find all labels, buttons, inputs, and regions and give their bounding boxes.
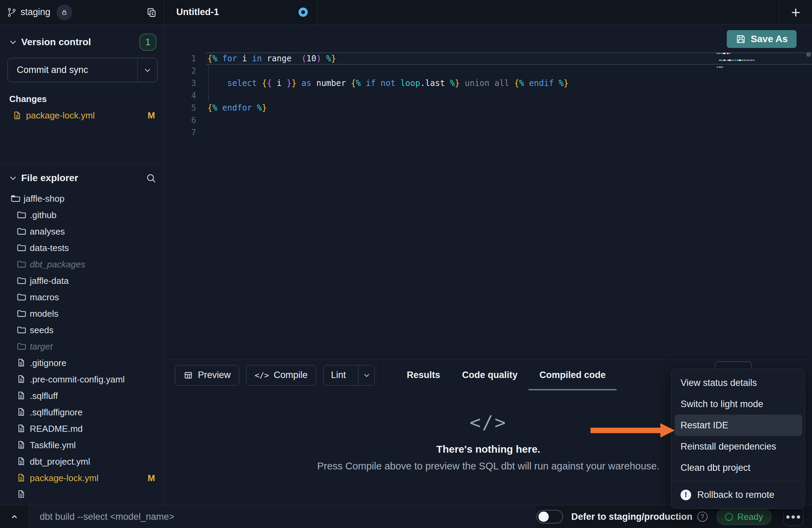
folder-icon bbox=[16, 292, 27, 302]
tree-item-package-lock-yml[interactable]: package-lock.ymlM bbox=[0, 470, 164, 486]
code-line-3[interactable]: 3 select {{ i }} as number {% if not loo… bbox=[165, 77, 812, 89]
tree-item-models[interactable]: models bbox=[0, 305, 164, 322]
more-options-button[interactable]: ●●● bbox=[784, 507, 803, 526]
code-line-1[interactable]: 1{% for i in range (10) %} bbox=[165, 52, 812, 65]
tree-item-readme-md[interactable]: README.md bbox=[0, 420, 164, 437]
compile-button[interactable]: </> Compile bbox=[246, 365, 316, 386]
tree-item-label: models bbox=[30, 309, 59, 319]
tree-item-github[interactable]: .github bbox=[0, 207, 164, 223]
tree-item-jaffle-shop[interactable]: jaffle-shop bbox=[0, 190, 164, 207]
new-tab-button[interactable]: + bbox=[779, 0, 812, 24]
menu-item-label: Rollback to remote bbox=[697, 490, 774, 500]
menu-item-label: Reinstall dependencies bbox=[681, 441, 776, 452]
branch-selector[interactable]: staging bbox=[7, 4, 72, 20]
code-line-6[interactable]: 6 bbox=[165, 114, 812, 126]
tree-item-label: jaffle-shop bbox=[24, 193, 65, 204]
branch-header: staging bbox=[0, 0, 164, 25]
search-icon[interactable] bbox=[145, 173, 156, 184]
defer-label: Defer to staging/production bbox=[571, 512, 693, 522]
arrow-shaft bbox=[591, 428, 661, 433]
tree-item-dbt-project-yml[interactable]: dbt_project.yml bbox=[0, 453, 164, 470]
tree-item-data-tests[interactable]: data-tests bbox=[0, 240, 164, 256]
line-number: 3 bbox=[165, 77, 206, 89]
commit-options-chevron[interactable] bbox=[137, 58, 157, 82]
code-line-4[interactable]: 4 bbox=[165, 89, 812, 102]
tree-item-analyses[interactable]: analyses bbox=[0, 223, 164, 240]
changed-file-row[interactable]: package-lock.yml M bbox=[0, 108, 164, 123]
tree-item-seeds[interactable]: seeds bbox=[0, 322, 164, 338]
file-icon bbox=[12, 111, 22, 120]
folder-icon bbox=[16, 325, 27, 335]
save-as-label: Save As bbox=[751, 34, 788, 45]
menu-item-restart-ide[interactable]: Restart IDE bbox=[675, 415, 802, 436]
panel-tab-code-quality[interactable]: Code quality bbox=[451, 360, 529, 390]
defer-toggle[interactable] bbox=[536, 510, 563, 524]
menu-item-switch-to-light-mode[interactable]: Switch to light mode bbox=[671, 393, 805, 415]
code-line-5[interactable]: 5{% endfor %} bbox=[165, 102, 812, 114]
chevron-down-icon[interactable] bbox=[8, 37, 18, 47]
tree-item-gitignore[interactable]: .gitignore bbox=[0, 355, 164, 371]
folder-icon bbox=[16, 259, 27, 269]
tree-item-clipped[interactable] bbox=[0, 486, 164, 503]
preview-button[interactable]: Preview bbox=[175, 365, 239, 386]
tree-item-sqlfluffignore[interactable]: .sqlfluffignore bbox=[0, 404, 164, 420]
menu-item-rollback-to-remote[interactable]: !Rollback to remote bbox=[671, 484, 805, 505]
menu-item-clean-dbt-project[interactable]: Clean dbt project bbox=[671, 457, 805, 478]
help-icon[interactable]: ? bbox=[697, 512, 708, 522]
tab-untitled-1[interactable]: Untitled-1 bbox=[165, 0, 318, 24]
folder-icon bbox=[16, 276, 27, 286]
context-menu: View status detailsSwitch to light modeR… bbox=[671, 369, 805, 509]
line-number: 2 bbox=[165, 65, 206, 77]
file-icon bbox=[16, 374, 27, 385]
save-as-button[interactable]: Save As bbox=[727, 30, 797, 48]
file-explorer-title: File explorer bbox=[21, 173, 78, 184]
tree-item-jaffle-data[interactable]: jaffle-data bbox=[0, 273, 164, 289]
code-lines[interactable]: 1{% for i in range (10) %}23 select {{ i… bbox=[165, 52, 812, 139]
lint-options-chevron[interactable] bbox=[358, 365, 375, 385]
indent-guide bbox=[208, 65, 209, 102]
collapse-chevron-up-icon[interactable] bbox=[0, 505, 29, 528]
code-editor[interactable]: Save As 1{% for i in range (10) %}23 sel… bbox=[165, 25, 812, 360]
tree-item-target[interactable]: target bbox=[0, 338, 164, 355]
code-line-2[interactable]: 2 bbox=[165, 65, 812, 77]
tree-item-dbt-packages[interactable]: dbt_packages bbox=[0, 256, 164, 273]
status-circle-icon bbox=[725, 513, 733, 521]
file-explorer-section: File explorer jaffle-shop.githubanalyses… bbox=[0, 164, 164, 505]
minimap[interactable] bbox=[717, 53, 796, 77]
command-input[interactable]: dbt build --select <model_name> bbox=[29, 505, 536, 528]
folder-icon bbox=[16, 243, 27, 253]
chevron-down-icon[interactable] bbox=[8, 173, 18, 183]
tree-item-label: jaffle-data bbox=[30, 276, 69, 286]
tree-item-label: package-lock.yml bbox=[30, 473, 99, 483]
tree-item-taskfile-yml[interactable]: Taskfile.yml bbox=[0, 437, 164, 453]
panel-tab-compiled-code[interactable]: Compiled code bbox=[529, 360, 617, 390]
tree-item-pre-commit-config-yaml[interactable]: .pre-commit-config.yaml bbox=[0, 371, 164, 388]
menu-item-reinstall-dependencies[interactable]: Reinstall dependencies bbox=[671, 436, 805, 457]
editor-scrollbar[interactable] bbox=[806, 52, 811, 57]
tree-item-label: .pre-commit-config.yaml bbox=[30, 374, 125, 385]
tree-item-label: macros bbox=[30, 292, 59, 303]
menu-item-view-status-details[interactable]: View status details bbox=[671, 372, 805, 393]
code-brackets-icon: </> bbox=[255, 371, 269, 380]
tree-item-label: data-tests bbox=[30, 243, 69, 253]
copy-icon[interactable] bbox=[146, 7, 157, 18]
lint-button[interactable]: Lint bbox=[323, 365, 375, 386]
line-number: 4 bbox=[165, 89, 206, 102]
tree-item-sqlfluff[interactable]: .sqlfluff bbox=[0, 388, 164, 404]
lint-label: Lint bbox=[323, 370, 354, 380]
tree-item-label: .github bbox=[30, 210, 56, 221]
tree-item-label: .sqlfluffignore bbox=[30, 407, 83, 418]
menu-item-label: Clean dbt project bbox=[681, 463, 750, 473]
menu-divider bbox=[673, 481, 803, 481]
commit-and-sync-button[interactable]: Commit and sync bbox=[8, 58, 157, 82]
ready-status-button[interactable]: Ready bbox=[716, 508, 772, 525]
compile-label: Compile bbox=[274, 370, 308, 380]
menu-item-label: View status details bbox=[681, 378, 757, 388]
unsaved-dot-icon bbox=[299, 8, 308, 17]
alert-icon: ! bbox=[681, 490, 691, 500]
tree-item-macros[interactable]: macros bbox=[0, 289, 164, 305]
panel-tab-results[interactable]: Results bbox=[396, 360, 451, 390]
code-line-7[interactable]: 7 bbox=[165, 126, 812, 139]
file-icon bbox=[16, 489, 27, 500]
editor-tab-bar: Untitled-1 + bbox=[165, 0, 812, 25]
